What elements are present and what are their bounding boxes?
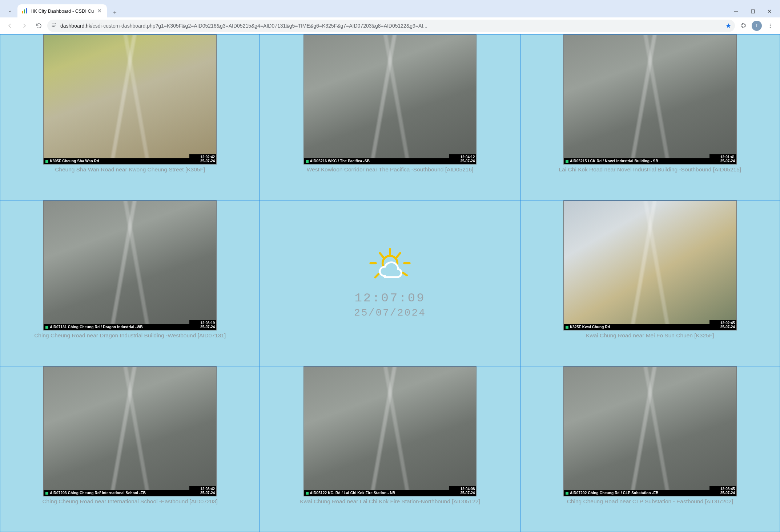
svg-point-4 <box>55 23 56 24</box>
camera-cell: AID07202 Ching Cheung Rd / CLP Substatio… <box>520 366 780 532</box>
reload-icon <box>36 23 42 29</box>
camera-caption: West Kowloon Corridor near The Pacifica … <box>307 166 474 174</box>
address-bar[interactable]: dashboard.hk/csdi-custom-dashboard.php?g… <box>47 20 735 32</box>
camera-overlay-time: 12:02:4225-07-24 <box>189 154 216 164</box>
time-widget-cell: 12:07:09 25/07/2024 <box>260 200 520 366</box>
camera-overlay-label: AID05215 LCK Rd / Novel Industrial Build… <box>564 158 709 164</box>
camera-cell: AID05216 WKC / The Pacifica -SB 12:04:12… <box>260 34 520 200</box>
nav-reload-button[interactable] <box>33 20 45 32</box>
svg-point-8 <box>770 27 771 28</box>
camera-overlay-time: 12:03:4525-07-24 <box>709 486 736 496</box>
camera-caption: Ching Cheung Road near International Sch… <box>42 498 218 505</box>
camera-overlay-time: 12:04:0825-07-24 <box>449 486 476 496</box>
svg-line-14 <box>375 274 378 277</box>
camera-overlay-label: K325F Kwai Chung Rd <box>564 324 709 330</box>
camera-feed[interactable]: AID07131 Ching Cheung Rd / Dragon Indust… <box>43 200 217 330</box>
camera-feed[interactable]: AID05122 KC. Rd / Lai Chi Kok Fire Stati… <box>303 366 477 496</box>
window-close-button[interactable] <box>761 5 778 17</box>
minimize-icon <box>734 9 738 13</box>
bookmark-button[interactable]: ★ <box>725 22 731 30</box>
camera-overlay-time: 12:03:4225-07-24 <box>189 486 216 496</box>
kebab-icon <box>767 23 773 29</box>
camera-cell: K325F Kwai Chung Rd 12:02:4525-07-24 Kwa… <box>520 200 780 366</box>
camera-cell: AID07203 Ching Cheung Rd/ International … <box>0 366 260 532</box>
camera-overlay-time: 12:03:1925-07-24 <box>189 320 216 330</box>
camera-overlay-label: AID07131 Ching Cheung Rd / Dragon Indust… <box>44 324 189 330</box>
svg-point-5 <box>53 26 54 27</box>
maximize-icon <box>751 9 755 13</box>
camera-caption: Ching Cheung Road near CLP Substation - … <box>567 498 733 505</box>
camera-overlay-time: 12:04:1225-07-24 <box>449 154 476 164</box>
camera-feed[interactable]: AID05216 WKC / The Pacifica -SB 12:04:12… <box>303 34 477 165</box>
plus-icon <box>112 10 117 15</box>
extensions-button[interactable] <box>737 20 749 32</box>
camera-overlay-time: 12:01:4125-07-24 <box>709 154 736 164</box>
camera-overlay-label: AID05216 WKC / The Pacifica -SB <box>304 158 450 164</box>
clock-time: 12:07:09 <box>354 291 425 305</box>
puzzle-icon <box>740 23 747 29</box>
svg-line-15 <box>403 273 407 275</box>
window-maximize-button[interactable] <box>744 5 761 17</box>
camera-cell: AID05122 KC. Rd / Lai Chi Kok Fire Stati… <box>260 366 520 532</box>
tab-close-button[interactable]: ✕ <box>97 8 102 14</box>
nav-forward-button[interactable] <box>18 20 31 32</box>
svg-rect-0 <box>22 11 23 13</box>
page-viewport: K305F Cheung Sha Wan Rd 12:02:4225-07-24… <box>0 34 780 532</box>
camera-overlay-time: 12:02:4525-07-24 <box>709 320 736 330</box>
close-icon <box>767 9 772 13</box>
camera-grid: K305F Cheung Sha Wan Rd 12:02:4225-07-24… <box>0 34 780 532</box>
svg-line-12 <box>380 253 383 257</box>
tab-favicon-icon <box>22 8 28 14</box>
camera-cell: AID05215 LCK Rd / Novel Industrial Build… <box>520 34 780 200</box>
camera-caption: Lai Chi Kok Road near Novel Industrial B… <box>559 166 741 174</box>
camera-overlay-label: K305F Cheung Sha Wan Rd <box>44 158 189 164</box>
nav-back-button[interactable] <box>4 20 16 32</box>
browser-titlebar: HK City Dashboard - CSDI Cu ✕ <box>0 0 780 17</box>
tab-title: HK City Dashboard - CSDI Cu <box>31 8 94 14</box>
camera-feed[interactable]: AID05215 LCK Rd / Novel Industrial Build… <box>563 34 737 165</box>
svg-point-7 <box>770 25 771 26</box>
camera-feed[interactable]: K325F Kwai Chung Rd 12:02:4525-07-24 <box>563 200 737 330</box>
svg-line-13 <box>397 253 400 257</box>
weather-sunny-cloud-icon <box>366 245 414 289</box>
svg-rect-2 <box>26 8 27 13</box>
url-text: dashboard.hk/csdi-custom-dashboard.php?g… <box>60 23 722 29</box>
camera-cell: K305F Cheung Sha Wan Rd 12:02:4225-07-24… <box>0 34 260 200</box>
svg-rect-3 <box>751 10 755 13</box>
clock-date: 25/07/2024 <box>354 307 426 318</box>
camera-overlay-label: AID07202 Ching Cheung Rd / CLP Substatio… <box>564 490 709 496</box>
site-settings-icon[interactable] <box>51 22 57 29</box>
browser-tab[interactable]: HK City Dashboard - CSDI Cu ✕ <box>17 4 107 17</box>
browser-menu-button[interactable] <box>764 20 776 32</box>
window-minimize-button[interactable] <box>728 5 744 17</box>
browser-toolbar: dashboard.hk/csdi-custom-dashboard.php?g… <box>0 17 780 34</box>
chevron-down-icon <box>7 9 12 14</box>
camera-feed[interactable]: AID07203 Ching Cheung Rd/ International … <box>43 366 217 496</box>
camera-feed[interactable]: AID07202 Ching Cheung Rd / CLP Substatio… <box>563 366 737 496</box>
new-tab-button[interactable] <box>110 7 120 17</box>
arrow-right-icon <box>21 23 28 29</box>
camera-caption: Ching Cheung Road near Dragon Industrial… <box>34 332 226 340</box>
camera-cell: AID07131 Ching Cheung Rd / Dragon Indust… <box>0 200 260 366</box>
arrow-left-icon <box>7 23 13 29</box>
camera-overlay-label: AID05122 KC. Rd / Lai Chi Kok Fire Stati… <box>304 490 450 496</box>
svg-rect-1 <box>24 9 25 13</box>
tab-search-button[interactable] <box>4 5 16 17</box>
camera-caption: Kwai Chung Road near Lai Chi Kok Fire St… <box>300 498 480 505</box>
camera-caption: Cheung Sha Wan Road near Kwong Cheung St… <box>55 166 205 174</box>
camera-feed[interactable]: K305F Cheung Sha Wan Rd 12:02:4225-07-24 <box>43 34 217 165</box>
window-controls <box>728 5 780 17</box>
profile-avatar[interactable]: T <box>752 21 762 31</box>
camera-caption: Kwai Chung Road near Mei Fo Sun Chuen [K… <box>586 332 714 340</box>
svg-point-6 <box>770 24 771 24</box>
camera-overlay-label: AID07203 Ching Cheung Rd/ International … <box>44 490 189 496</box>
